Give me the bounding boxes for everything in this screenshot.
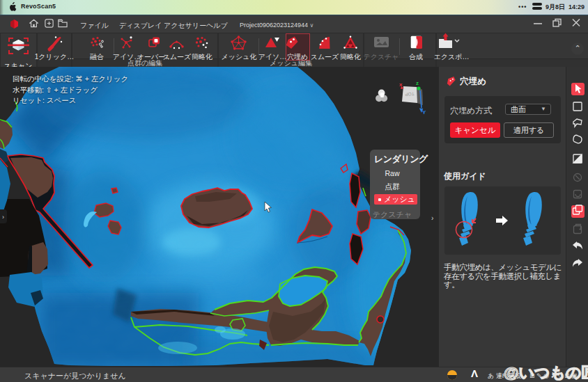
svg-text:›: › xyxy=(431,214,433,222)
svg-text:x: x xyxy=(399,81,403,88)
svg-text:›: › xyxy=(2,214,4,221)
svg-text:Y: Y xyxy=(422,109,426,116)
svg-text:TOP: TOP xyxy=(405,92,415,97)
svg-text:z: z xyxy=(416,80,419,86)
